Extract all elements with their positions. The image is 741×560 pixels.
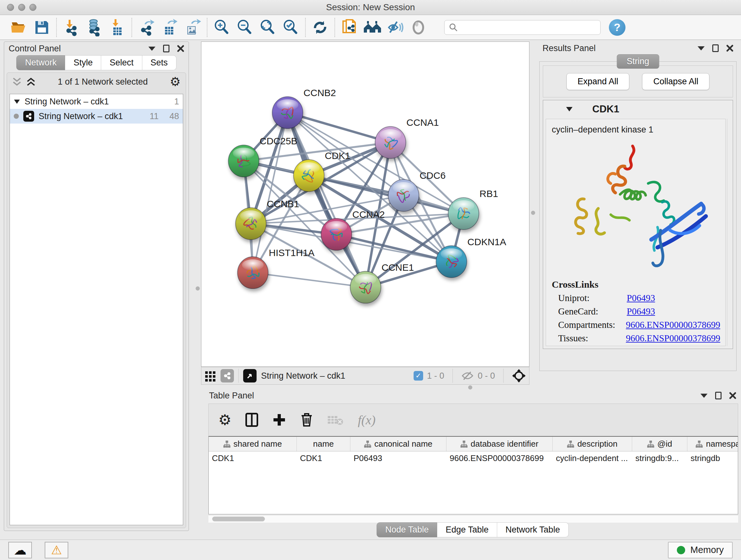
home-icon[interactable] xyxy=(362,17,382,37)
table-cell[interactable]: CDK1 xyxy=(209,451,297,465)
collapse-all-button[interactable]: Collapse All xyxy=(642,73,710,90)
function-builder-icon[interactable]: f(x) xyxy=(358,413,376,428)
network-graph[interactable]: CCNB2CCNA1CDC25BCDK1CDC6RB1CCNB1CCNA2CDK… xyxy=(201,42,529,367)
bottom-splitter-handle[interactable] xyxy=(468,385,472,389)
import-table-file-icon[interactable] xyxy=(107,17,127,37)
collapse-all-networks-icon[interactable] xyxy=(12,76,22,87)
column-header--id[interactable]: @id xyxy=(632,437,687,451)
show-columns-icon[interactable] xyxy=(246,413,258,427)
hidden-eye-icon[interactable] xyxy=(461,371,474,381)
right-splitter-handle[interactable] xyxy=(531,211,535,215)
tab-network-table[interactable]: Network Table xyxy=(497,522,569,537)
network-canvas[interactable]: CCNB2CCNA1CDC25BCDK1CDC6RB1CCNB1CCNA2CDK… xyxy=(201,42,529,367)
close-window-button[interactable] xyxy=(7,4,14,11)
tab-select[interactable]: Select xyxy=(101,55,142,70)
edge-CDK1-RB1[interactable] xyxy=(309,176,464,213)
node-CCNA1[interactable] xyxy=(375,126,406,159)
node-RB1[interactable] xyxy=(448,198,479,230)
network-collection-row[interactable]: String Network – cdk1 1 xyxy=(10,94,183,109)
open-session-icon[interactable] xyxy=(9,17,29,37)
table-panel-collapse-icon[interactable] xyxy=(700,394,708,398)
table-cell[interactable]: P06493 xyxy=(350,451,447,465)
node-CCNA2[interactable] xyxy=(321,219,352,250)
create-column-icon[interactable] xyxy=(272,413,286,427)
results-panel-close-icon[interactable] xyxy=(726,45,733,52)
zoom-window-button[interactable] xyxy=(29,4,37,11)
crosslink-link[interactable]: 9606.ENSP00000378699 xyxy=(626,320,720,330)
table-cell[interactable]: 9606.ENSP00000378699 xyxy=(447,451,553,465)
birds-eye-view-icon[interactable] xyxy=(243,369,257,382)
refresh-icon[interactable] xyxy=(310,17,330,37)
zoom-selected-icon[interactable] xyxy=(281,17,300,37)
table-horizontal-scrollbar[interactable] xyxy=(208,516,738,523)
zoom-in-icon[interactable] xyxy=(212,17,232,37)
hide-results-eye-icon[interactable] xyxy=(386,17,405,37)
expand-all-networks-icon[interactable] xyxy=(26,76,36,87)
scrollbar-thumb[interactable] xyxy=(212,516,265,521)
cloud-status-button[interactable]: ☁ xyxy=(8,542,32,558)
tab-node-table[interactable]: Node Table xyxy=(377,522,437,537)
node-HIST1H1A[interactable] xyxy=(238,257,268,289)
delete-column-icon[interactable] xyxy=(300,413,313,427)
help-button[interactable]: ? xyxy=(609,19,625,36)
import-network-file-icon[interactable] xyxy=(61,17,81,37)
control-panel-float-icon[interactable] xyxy=(163,45,170,52)
results-scrollbar[interactable] xyxy=(727,119,731,346)
network-row[interactable]: String Network – cdk1 11 48 xyxy=(10,109,183,124)
collection-expander-icon[interactable] xyxy=(14,99,20,104)
left-splitter-handle[interactable] xyxy=(196,287,200,291)
network-options-gear-icon[interactable]: ⚙ xyxy=(170,76,181,88)
node-CCNB1[interactable] xyxy=(235,208,266,240)
gene-section-expander-icon[interactable] xyxy=(565,106,573,112)
node-CDC6[interactable] xyxy=(388,179,419,211)
crosslink-link[interactable]: 9606.ENSP00000378699 xyxy=(626,333,720,344)
crosslink-link[interactable]: P06493 xyxy=(627,293,655,303)
warnings-button[interactable]: ⚠ xyxy=(45,542,68,558)
table-panel-float-icon[interactable] xyxy=(715,392,722,399)
export-image-icon[interactable] xyxy=(183,17,202,37)
zoom-fit-icon[interactable] xyxy=(258,17,278,37)
node-CCNB2[interactable] xyxy=(272,97,303,129)
table-options-gear-icon[interactable]: ⚙ xyxy=(218,413,231,427)
import-network-database-icon[interactable] xyxy=(84,17,104,37)
control-panel-close-icon[interactable] xyxy=(177,45,184,52)
column-header-database-identifier[interactable]: database identifier xyxy=(447,437,553,451)
expand-all-button[interactable]: Expand All xyxy=(566,73,630,90)
export-network-icon[interactable] xyxy=(137,17,156,37)
show-eye-icon[interactable] xyxy=(408,17,428,37)
fit-content-crosshair-icon[interactable] xyxy=(512,369,526,383)
results-panel-float-icon[interactable] xyxy=(712,44,719,52)
crosslink-link[interactable]: P06493 xyxy=(627,306,655,317)
minimize-window-button[interactable] xyxy=(18,4,25,11)
table-panel-close-icon[interactable] xyxy=(729,392,736,399)
results-panel-collapse-icon[interactable] xyxy=(697,46,704,51)
table-cell[interactable]: CDK1 xyxy=(297,451,350,465)
node-CDC25B[interactable] xyxy=(228,145,259,177)
grid-view-icon[interactable] xyxy=(205,370,216,381)
tab-edge-table[interactable]: Edge Table xyxy=(437,522,497,537)
column-header-namespace[interactable]: namespace xyxy=(687,437,738,451)
network-view-share-icon[interactable] xyxy=(220,369,234,382)
column-header-description[interactable]: description xyxy=(553,437,632,451)
table-cell[interactable]: stringdb:9... xyxy=(632,451,687,465)
zoom-out-icon[interactable] xyxy=(235,17,255,37)
search-input[interactable] xyxy=(444,20,601,35)
table-row[interactable]: CDK1CDK1P064939606.ENSP00000378699cyclin… xyxy=(209,451,738,465)
column-header-shared-name[interactable]: shared name xyxy=(209,437,297,451)
control-panel-collapse-icon[interactable] xyxy=(148,47,155,51)
node-CDKN1A[interactable] xyxy=(436,246,467,278)
share-document-icon[interactable] xyxy=(340,17,359,37)
memory-button[interactable]: Memory xyxy=(668,542,733,558)
node-CDK1[interactable] xyxy=(293,160,324,192)
table-cell[interactable]: cyclin-dependent ... xyxy=(553,451,632,465)
column-header-canonical-name[interactable]: canonical name xyxy=(350,437,447,451)
table-cell[interactable]: stringdb xyxy=(687,451,738,465)
export-table-icon[interactable] xyxy=(159,17,179,37)
column-header-name[interactable]: name xyxy=(297,437,350,451)
edge-HIST1H1A-CCNE1[interactable] xyxy=(253,273,365,287)
results-tab-string[interactable]: String xyxy=(617,54,659,69)
node-CCNE1[interactable] xyxy=(350,271,381,303)
tab-sets[interactable]: Sets xyxy=(142,55,177,70)
tab-network[interactable]: Network xyxy=(16,55,65,70)
save-session-icon[interactable] xyxy=(32,17,52,37)
